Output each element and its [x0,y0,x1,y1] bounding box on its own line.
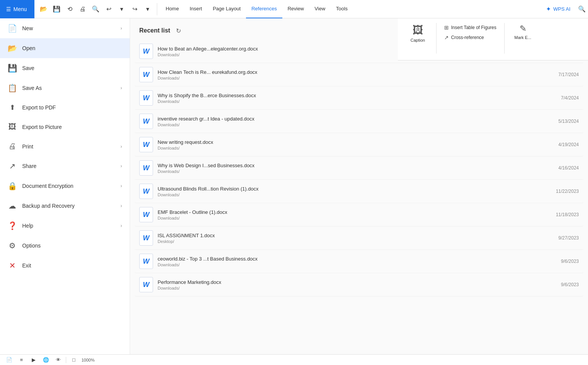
ribbon-divider-2 [504,23,505,54]
redo-dropdown-button[interactable]: ▾ [142,3,154,15]
caption-label: Caption [410,38,425,42]
tab-view[interactable]: View [309,0,331,18]
file-list-item[interactable]: W Ultrasound Blinds Roll...tion Revision… [135,180,583,203]
print-button[interactable]: 🖨 [77,3,89,15]
wps-ai-button[interactable]: ✦ WPS AI [541,3,576,15]
undo-dropdown-icon: ▾ [120,5,123,13]
ribbon-group-tables: ⊞ Insert Table of Figures ↗ Cross-refere… [440,21,501,44]
sidebar-item-export-picture[interactable]: 🖼 Export to Picture [0,117,130,137]
file-info: ceoworld.biz - Top 3 ...t Based Business… [158,256,556,267]
status-zoom: 1000% [81,358,94,362]
undo-button[interactable]: ↩ [103,3,115,15]
status-layout-icon-btn[interactable]: □ [69,355,78,365]
file-list-item[interactable]: W Why is Shopify the B...erce Businesses… [135,86,583,110]
file-icon: W [139,230,153,246]
sidebar-item-doc-encryption[interactable]: 🔒 Document Encryption › [0,176,130,196]
open-folder-button[interactable]: 📂 [37,3,50,15]
caption-button[interactable]: 🖼 Caption [402,21,433,45]
tab-page-layout[interactable]: Page Layout [207,0,246,18]
new-file-icon: 📄 [8,24,17,33]
file-date: 9/6/2023 [561,282,579,287]
track-changes-button[interactable]: ⟲ [64,3,76,15]
file-path: Desktop/ [158,239,554,244]
menu-label: Menu [13,6,27,12]
tab-home[interactable]: Home [160,0,184,18]
sidebar-item-save-as[interactable]: 📋 Save As › [0,78,130,98]
find-icon: 🔍 [92,5,99,13]
redo-button[interactable]: ↪ [129,3,141,15]
sidebar-item-new[interactable]: 📄 New › [0,18,130,38]
sidebar-item-exit[interactable]: ✕ Exit [0,256,130,275]
file-list-item[interactable]: W inventive research gr...t Idea - updat… [135,110,583,133]
help-arrow-icon: › [121,223,122,228]
wps-ai-icon: ✦ [546,5,551,13]
file-info: ISL ASSIGNMENT 1.docx Desktop/ [158,233,554,244]
w-icon: W [143,211,150,219]
file-info: Why is Web Design I...sed Businesses.doc… [158,163,554,174]
file-date: 11/22/2023 [556,189,579,194]
file-list-item[interactable]: W EMF Bracelet - Outline (1).docx Downlo… [135,203,583,226]
sidebar-print-label: Print [22,143,115,150]
file-list-item[interactable]: W New writing request.docx Downloads/ 4/… [135,133,583,156]
print-arrow-icon: › [121,144,122,149]
tab-references[interactable]: References [246,0,282,18]
tab-insert[interactable]: Insert [184,0,208,18]
cross-reference-button[interactable]: ↗ Cross-reference [441,33,500,42]
sidebar-export-picture-label: Export to Picture [22,124,122,130]
undo-dropdown-button[interactable]: ▾ [116,3,128,15]
file-info: Why is Shopify the B...erce Businesses.d… [158,93,556,104]
save-sidebar-icon: 💾 [8,64,17,73]
status-page-icon-btn[interactable]: 📄 [5,355,14,365]
sidebar-item-open[interactable]: 📂 Open [0,38,130,58]
mark-label: Mark E... [515,35,531,40]
ribbon-divider-1 [436,23,437,54]
sidebar-item-share[interactable]: ↗ Share › [0,156,130,176]
file-list-item[interactable]: W How Clean Tech is Re... eurekafund.org… [135,63,583,86]
file-list-item[interactable]: W ISL ASSIGNMENT 1.docx Desktop/ 9/27/20… [135,226,583,250]
file-list-item[interactable]: W ceoworld.biz - Top 3 ...t Based Busine… [135,250,583,273]
export-picture-icon: 🖼 [8,122,17,131]
sidebar-item-help[interactable]: ❓ Help › [0,216,130,236]
w-icon: W [143,117,150,125]
file-date: 4/19/2024 [559,142,579,147]
status-web-icon-btn[interactable]: 🌐 [41,355,50,365]
file-name: Performance Marketing.docx [158,279,556,285]
refresh-button[interactable]: ↻ [174,26,183,35]
save-as-arrow-icon: › [121,85,122,91]
sidebar-item-print[interactable]: 🖨 Print › [0,137,130,156]
file-list-item[interactable]: W Why is Web Design I...sed Businesses.d… [135,156,583,180]
file-icon: W [139,44,153,59]
new-arrow-icon: › [121,26,122,31]
file-icon: W [139,137,153,152]
save-button[interactable]: 💾 [50,3,63,15]
status-list-icon-btn[interactable]: ≡ [17,355,26,365]
status-play-icon-btn[interactable]: ▶ [29,355,38,365]
search-button[interactable]: 🔍 [576,3,588,15]
insert-table-label: Insert Table of Figures [451,25,497,30]
menu-button[interactable]: ☰ Menu [0,0,34,18]
open-icon: 📂 [8,44,17,53]
sidebar-save-as-label: Save As [22,85,115,91]
sidebar-item-backup[interactable]: ☁ Backup and Recovery › [0,196,130,216]
file-name: ISL ASSIGNMENT 1.docx [158,233,554,238]
toolbar: ☰ Menu 📂 💾 ⟲ 🖨 🔍 ↩ ▾ ↪ ▾ Home [0,0,588,18]
status-view-icon-btn[interactable]: 👁 [54,355,63,365]
file-date: 4/16/2024 [559,165,579,171]
track-icon: ⟲ [67,5,72,13]
file-name: EMF Bracelet - Outline (1).docx [158,209,551,215]
find-button[interactable]: 🔍 [90,3,102,15]
mark-entry-button[interactable]: ✎ Mark E... [508,21,538,42]
file-name: How Clean Tech is Re... eurekafund.org.d… [158,69,554,75]
sidebar-item-export-pdf[interactable]: ⬆ Export to PDF [0,98,130,117]
encrypt-arrow-icon: › [121,183,122,189]
insert-table-figures-button[interactable]: ⊞ Insert Table of Figures [441,23,500,32]
sidebar-item-options[interactable]: ⚙ Options [0,236,130,256]
cross-ref-label: Cross-reference [451,35,484,40]
undo-icon: ↩ [106,5,111,13]
sidebar-item-save[interactable]: 💾 Save [0,58,130,78]
tab-review[interactable]: Review [282,0,309,18]
tab-tools[interactable]: Tools [331,0,353,18]
file-date: 9/27/2023 [559,235,579,241]
file-list-item[interactable]: W Performance Marketing.docx Downloads/ … [135,273,583,297]
w-icon: W [143,141,150,149]
